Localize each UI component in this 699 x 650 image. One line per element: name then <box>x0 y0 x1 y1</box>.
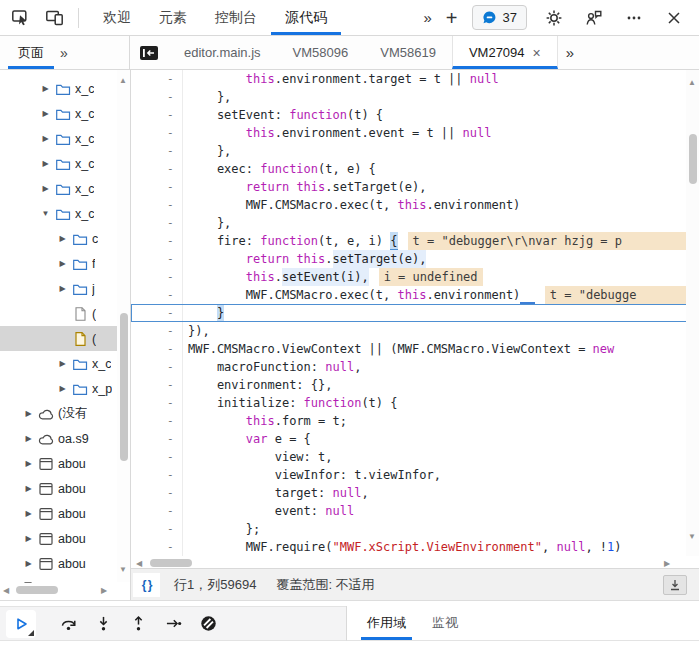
expand-arrow-icon[interactable]: ▶ <box>40 109 51 118</box>
code-line[interactable]: - }, <box>131 88 699 106</box>
tab-page[interactable]: 页面 <box>8 36 54 69</box>
expand-arrow-icon[interactable]: ▶ <box>57 384 68 393</box>
scroll-right-icon[interactable]: ▶ <box>101 586 107 595</box>
tree-item[interactable]: ( <box>0 301 130 326</box>
expand-arrow-icon[interactable]: ▼ <box>40 209 51 218</box>
gutter-marker[interactable]: - <box>131 160 183 178</box>
gutter-marker[interactable]: - <box>131 466 183 484</box>
code-line[interactable]: - initialize: function(t) { <box>131 394 699 412</box>
gutter-marker[interactable]: - <box>131 502 183 520</box>
tree-item[interactable]: ▶abou <box>0 551 130 576</box>
devtools-tab-3[interactable]: 源代码 <box>271 0 341 35</box>
file-tab-2[interactable]: VM58619 <box>364 36 452 69</box>
gutter-marker[interactable]: - <box>131 286 183 304</box>
gutter-marker[interactable]: - <box>131 178 183 196</box>
hide-navigator-button[interactable] <box>140 46 158 60</box>
code-line[interactable]: - macroFunction: null, <box>131 358 699 376</box>
tree-item[interactable]: ▶x_c <box>0 176 130 201</box>
pretty-print-button[interactable]: { } <box>133 573 160 597</box>
gutter-marker[interactable]: - <box>131 376 183 394</box>
device-toolbar-button[interactable] <box>42 5 68 31</box>
file-tab-1[interactable]: VM58096 <box>277 36 365 69</box>
debugger-tab-1[interactable]: 监视 <box>426 606 464 640</box>
code-line[interactable]: - MWF.CMSMacro.exec(t, this.environment)… <box>131 286 699 304</box>
tree-item[interactable]: ▶abou <box>0 501 130 526</box>
code-line[interactable]: -}), <box>131 322 699 340</box>
gutter-marker[interactable]: - <box>131 250 183 268</box>
code-line[interactable]: - return this.setTarget(e), <box>131 250 699 268</box>
deactivate-breakpoints-button[interactable] <box>198 614 218 634</box>
tree-item[interactable]: ▶abou <box>0 476 130 501</box>
add-tab-icon[interactable]: + <box>446 8 458 28</box>
scrollbar-thumb[interactable] <box>689 134 697 184</box>
file-tab-3[interactable]: VM27094× <box>452 36 558 69</box>
step-out-button[interactable] <box>128 614 148 634</box>
devtools-tab-2[interactable]: 控制台 <box>201 0 271 35</box>
code-line[interactable]: - MWF.require("MWF.xScript.ViewEnvironme… <box>131 538 699 556</box>
code-line[interactable]: - fire: function(t, e, i) {t = "debugger… <box>131 232 699 250</box>
scroll-up-icon[interactable]: ▲ <box>119 76 127 85</box>
more-tabs-chevron-icon[interactable]: » <box>424 9 432 26</box>
scrollbar-thumb[interactable] <box>16 586 58 594</box>
close-tab-icon[interactable]: × <box>533 46 541 60</box>
code-line[interactable]: - environment: {}, <box>131 376 699 394</box>
tree-item[interactable]: ▶oa.s9 <box>0 426 130 451</box>
gutter-marker[interactable]: - <box>131 412 183 430</box>
expand-arrow-icon[interactable]: ▶ <box>23 484 34 493</box>
tree-item[interactable]: ▶x_c <box>0 76 130 101</box>
gutter-marker[interactable]: - <box>131 196 183 214</box>
code-line[interactable]: - this.setEvent(i),i = undefined <box>131 268 699 286</box>
tree-item[interactable]: ▶x_c <box>0 101 130 126</box>
scrollbar-thumb[interactable] <box>120 313 128 461</box>
resume-button[interactable] <box>6 610 36 638</box>
gutter-marker[interactable]: - <box>131 340 183 358</box>
gutter-marker[interactable]: - <box>131 358 183 376</box>
feedback-button[interactable] <box>581 5 607 31</box>
tree-item[interactable]: ▶abou <box>0 451 130 476</box>
expand-arrow-icon[interactable]: ▶ <box>23 534 34 543</box>
close-devtools-button[interactable] <box>661 5 687 31</box>
expand-arrow-icon[interactable]: ▶ <box>40 84 51 93</box>
gutter-marker[interactable]: - <box>131 124 183 142</box>
step-button[interactable] <box>163 614 183 634</box>
code-line[interactable]: - this.environment.event = t || null <box>131 124 699 142</box>
expand-arrow-icon[interactable]: ▶ <box>23 559 34 568</box>
tree-item[interactable]: ▶abou <box>0 526 130 551</box>
sidebar-horizontal-scrollbar[interactable]: ◀ ▶ <box>0 583 130 597</box>
inspect-element-button[interactable] <box>8 5 34 31</box>
expand-arrow-icon[interactable]: ▶ <box>40 134 51 143</box>
code-area[interactable]: - this.environment.target = t || null- }… <box>131 70 699 556</box>
gutter-marker[interactable]: - <box>131 484 183 502</box>
gutter-marker[interactable]: - <box>131 70 183 88</box>
code-line[interactable]: - }, <box>131 214 699 232</box>
debugger-tab-0[interactable]: 作用域 <box>361 606 412 640</box>
tree-item[interactable]: ▶x_p <box>0 376 130 401</box>
sidebar-vertical-scrollbar[interactable]: ▲ ▼ <box>117 70 130 582</box>
expand-arrow-icon[interactable]: ▶ <box>23 459 34 468</box>
gutter-marker[interactable]: - <box>131 538 183 556</box>
expand-arrow-icon[interactable]: ▶ <box>23 409 34 418</box>
step-into-button[interactable] <box>93 614 113 634</box>
expand-arrow-icon[interactable]: ▶ <box>57 234 68 243</box>
code-line[interactable]: - view: t, <box>131 448 699 466</box>
step-over-button[interactable] <box>58 614 78 634</box>
code-line[interactable]: - this.environment.target = t || null <box>131 70 699 88</box>
tree-item[interactable]: ▶x_c <box>0 126 130 151</box>
code-line[interactable]: - event: null <box>131 502 699 520</box>
tree-item[interactable]: ▶x_c <box>0 351 130 376</box>
code-line[interactable]: - exec: function(t, e) { <box>131 160 699 178</box>
gutter-marker[interactable]: - <box>131 268 183 286</box>
gutter-marker[interactable]: - <box>131 322 183 340</box>
scroll-right-icon[interactable]: ▶ <box>664 559 670 568</box>
save-file-button[interactable] <box>663 575 687 595</box>
settings-button[interactable] <box>541 5 567 31</box>
more-menu-button[interactable] <box>621 5 647 31</box>
scroll-down-icon[interactable]: ▼ <box>119 565 127 574</box>
file-tab-0[interactable]: editor.main.js <box>168 36 277 69</box>
scroll-up-icon[interactable]: ▲ <box>688 78 696 87</box>
code-line[interactable]: - viewInfor: t.viewInfor, <box>131 466 699 484</box>
tree-item[interactable]: ▶f <box>0 251 130 276</box>
gutter-marker[interactable]: - <box>131 394 183 412</box>
tree-item[interactable]: ▶c <box>0 226 130 251</box>
code-line[interactable]: - } <box>131 304 699 322</box>
